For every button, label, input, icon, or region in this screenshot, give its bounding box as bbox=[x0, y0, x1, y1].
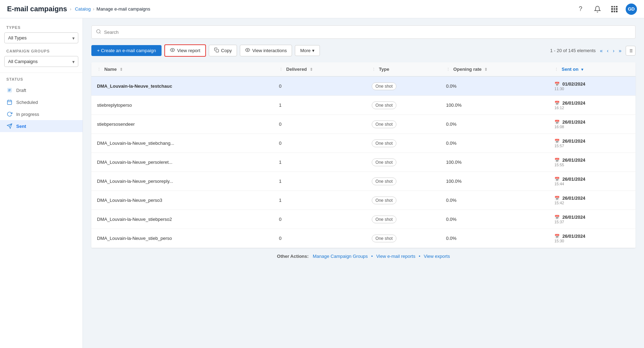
cell-sent-on-2: 📅 26/01/2024 16:08 bbox=[549, 115, 636, 134]
cell-sent-on-3: 📅 26/01/2024 15:57 bbox=[549, 134, 636, 153]
other-actions-label: Other Actions: bbox=[277, 254, 309, 259]
types-label: TYPES bbox=[0, 25, 83, 32]
copy-button[interactable]: Copy bbox=[209, 45, 237, 56]
table-row[interactable]: DMA_Louvain-la-Neuve_persoreply... 1 One… bbox=[91, 172, 636, 191]
cell-type-2: One shot bbox=[366, 115, 441, 134]
types-select[interactable]: All Types bbox=[4, 32, 78, 43]
pagination-prev[interactable]: ‹ bbox=[606, 47, 610, 54]
status-label: STATUS bbox=[0, 77, 83, 84]
top-header: E-mail campaigns › Catalog › Manage e-ma… bbox=[0, 0, 644, 18]
table-row[interactable]: DMA_Louvain-la-Neuve_perso3 1 One shot 0… bbox=[91, 191, 636, 210]
create-campaign-button[interactable]: + Create an e-mail campaign bbox=[91, 45, 162, 56]
svg-rect-1 bbox=[8, 89, 11, 89]
cell-opening-rate-8: 0.0% bbox=[441, 229, 549, 248]
sort-sent-on-icon: ▾ bbox=[581, 67, 583, 72]
main-layout: TYPES All Types CAMPAIGN GROUPS All Camp… bbox=[0, 18, 644, 348]
col-sent-on-label: Sent on bbox=[562, 67, 579, 72]
manage-campaign-groups-link[interactable]: Manage Campaign Groups bbox=[313, 254, 368, 259]
svg-line-11 bbox=[99, 32, 101, 33]
eye-icon-2 bbox=[245, 48, 250, 54]
cell-delivered-5: 1 bbox=[273, 172, 366, 191]
pagination-last[interactable]: » bbox=[617, 47, 623, 54]
sidebar-item-scheduled[interactable]: Scheduled bbox=[0, 96, 83, 108]
view-report-button[interactable]: View report bbox=[164, 44, 206, 57]
cell-opening-rate-0: 0.0% bbox=[441, 76, 549, 96]
table-row[interactable]: DMA_Louvain-la-Neuve_stiebchang... 0 One… bbox=[91, 134, 636, 153]
sent-icon bbox=[6, 123, 13, 129]
cell-type-3: One shot bbox=[366, 134, 441, 153]
in-progress-icon bbox=[6, 111, 13, 117]
calendar-icon-7: 📅 bbox=[554, 215, 560, 220]
breadcrumb-sep: › bbox=[70, 6, 71, 12]
col-opening-rate-label: Opening rate bbox=[453, 67, 481, 72]
calendar-icon-5: 📅 bbox=[554, 177, 560, 182]
eye-icon bbox=[170, 48, 175, 54]
cell-sent-on-7: 📅 26/01/2024 15:37 bbox=[549, 210, 636, 229]
calendar-icon-3: 📅 bbox=[554, 139, 560, 144]
search-bar bbox=[91, 25, 636, 39]
sidebar-item-draft-label: Draft bbox=[16, 88, 26, 93]
breadcrumb-current: Manage e-mail campaigns bbox=[97, 6, 150, 12]
view-toggle-button[interactable] bbox=[626, 46, 636, 56]
cell-sent-on-1: 📅 26/01/2024 16:12 bbox=[549, 96, 636, 115]
search-input[interactable] bbox=[104, 30, 631, 35]
svg-point-10 bbox=[97, 30, 100, 33]
notifications-icon[interactable] bbox=[592, 4, 603, 15]
table-row[interactable]: DMA_Louvain-la-Neuve_persoleret... 1 One… bbox=[91, 153, 636, 172]
footer-dot-2: • bbox=[419, 254, 420, 259]
table-row[interactable]: DMA_Louvain-la-Neuve_stieb_perso 0 One s… bbox=[91, 229, 636, 248]
main-content: + Create an e-mail campaign View report bbox=[83, 18, 644, 348]
campaign-groups-select-wrapper[interactable]: All Campaigns bbox=[4, 56, 78, 67]
svg-point-12 bbox=[172, 49, 174, 51]
col-type[interactable]: ⋮ Type bbox=[366, 62, 441, 76]
sidebar-item-in-progress-label: In progress bbox=[16, 112, 39, 117]
col-delivered[interactable]: ⋮ Delivered ⇕ bbox=[273, 62, 366, 76]
table-row[interactable]: stiebpersosendeer 0 One shot 0.0% 📅 26/0… bbox=[91, 115, 636, 134]
sidebar-item-scheduled-label: Scheduled bbox=[16, 100, 38, 105]
cell-name-7: DMA_Louvain-la-Neuve_stiebperso2 bbox=[91, 210, 273, 229]
cell-name-2: stiebpersosendeer bbox=[91, 115, 273, 134]
cell-delivered-8: 0 bbox=[273, 229, 366, 248]
copy-label: Copy bbox=[221, 48, 232, 53]
table-row[interactable]: stiebreplytoperso 1 One shot 100.0% 📅 26… bbox=[91, 96, 636, 115]
cell-opening-rate-1: 100.0% bbox=[441, 96, 549, 115]
svg-rect-3 bbox=[8, 91, 10, 91]
breadcrumb-catalog[interactable]: Catalog bbox=[75, 6, 91, 12]
footer-dot-1: • bbox=[371, 254, 373, 259]
search-icon bbox=[96, 29, 101, 35]
help-icon[interactable]: ? bbox=[575, 4, 586, 15]
campaign-groups-select[interactable]: All Campaigns bbox=[4, 56, 78, 67]
sidebar: TYPES All Types CAMPAIGN GROUPS All Camp… bbox=[0, 18, 83, 348]
svg-rect-4 bbox=[7, 100, 12, 105]
create-campaign-label: + Create an e-mail campaign bbox=[97, 48, 156, 53]
col-opening-rate[interactable]: ⋮ Opening rate ⇕ bbox=[441, 62, 549, 76]
types-select-wrapper[interactable]: All Types bbox=[4, 32, 78, 43]
cell-type-1: One shot bbox=[366, 96, 441, 115]
sidebar-item-draft[interactable]: Draft bbox=[0, 84, 83, 96]
sidebar-item-in-progress[interactable]: In progress bbox=[0, 108, 83, 120]
pagination-first[interactable]: « bbox=[599, 47, 604, 54]
sort-name-icon: ⇕ bbox=[120, 67, 123, 72]
col-sent-on[interactable]: ⋮ Sent on ▾ bbox=[549, 62, 636, 76]
sort-opening-rate-icon: ⇕ bbox=[484, 67, 487, 72]
table-header-row: ⋮ Name ⇕ ⋮ Delivered ⇕ ⋮ Type ⋮ bbox=[91, 62, 636, 76]
more-button[interactable]: More ▾ bbox=[295, 45, 320, 56]
col-name-label: Name bbox=[104, 67, 117, 72]
cell-type-4: One shot bbox=[366, 153, 441, 172]
view-exports-link[interactable]: View exports bbox=[424, 254, 450, 259]
svg-rect-2 bbox=[8, 90, 11, 91]
cell-sent-on-4: 📅 26/01/2024 15:55 bbox=[549, 153, 636, 172]
breadcrumb-arrow: › bbox=[93, 6, 94, 12]
view-email-reports-link[interactable]: View e-mail reports bbox=[376, 254, 415, 259]
pagination-next[interactable]: › bbox=[612, 47, 616, 54]
table-row[interactable]: DMA_Louvain-la-Neuve_stiebperso2 0 One s… bbox=[91, 210, 636, 229]
view-interactions-button[interactable]: View interactions bbox=[240, 45, 292, 56]
sidebar-item-sent[interactable]: Sent bbox=[0, 120, 83, 132]
cell-sent-on-5: 📅 26/01/2024 15:44 bbox=[549, 172, 636, 191]
cell-type-0: One shot bbox=[366, 76, 441, 96]
col-name[interactable]: ⋮ Name ⇕ bbox=[91, 62, 273, 76]
apps-icon[interactable] bbox=[609, 4, 620, 15]
table-row[interactable]: DMA_Louvain-la-Neuve_testchauc 0 One sho… bbox=[91, 76, 636, 96]
avatar[interactable]: GD bbox=[626, 4, 637, 15]
cell-opening-rate-4: 100.0% bbox=[441, 153, 549, 172]
